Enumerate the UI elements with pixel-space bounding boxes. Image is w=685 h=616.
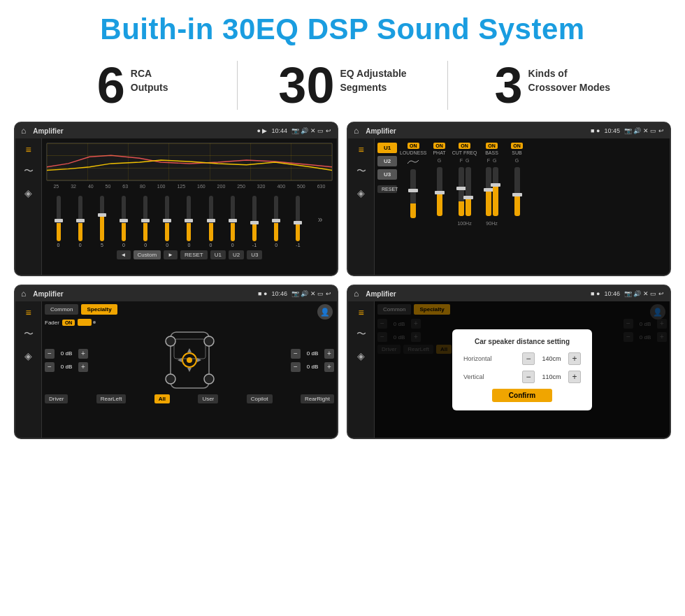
speaker-icon-2[interactable]: ◈ xyxy=(357,187,365,199)
stats-row: 6 RCAOutputs 30 EQ AdjustableSegments 3 … xyxy=(0,53,685,122)
stat-number-eq: 30 xyxy=(278,60,334,110)
db-plus-fr[interactable]: + xyxy=(324,349,334,359)
wave-icon[interactable]: 〜 xyxy=(24,165,34,178)
svg-point-3 xyxy=(204,336,214,346)
screen4-icons: 📷 🔊 ✕ ▭ ↩ xyxy=(624,290,664,297)
svg-point-4 xyxy=(166,374,175,384)
screen2-title: Amplifier xyxy=(366,127,586,135)
eq-slider-10[interactable]: 0 xyxy=(274,196,278,248)
prev-button[interactable]: ◄ xyxy=(117,250,131,259)
channel-loudness: ON LOUDNESS xyxy=(400,143,427,271)
speaker-icon-4[interactable]: ◈ xyxy=(357,350,365,361)
u2-button[interactable]: U2 xyxy=(229,250,244,259)
db-plus-fl[interactable]: + xyxy=(78,349,88,359)
fader-on-toggle[interactable]: ON xyxy=(62,320,75,326)
rearright-btn[interactable]: RearRight xyxy=(301,394,334,403)
amp-main: U1 U2 U3 RESET ON LOUDNESS xyxy=(375,138,670,275)
db-minus-rr[interactable]: − xyxy=(291,362,301,372)
left-sidebar-2: ≡ 〜 ◈ xyxy=(348,138,375,275)
media-icons-4: ■ ● xyxy=(591,290,600,297)
eq-icon-2[interactable]: ≡ xyxy=(358,144,363,155)
eq-slider-3[interactable]: 0 xyxy=(122,196,126,248)
eq-slider-9[interactable]: -1 xyxy=(252,196,257,248)
wave-icon-2[interactable]: 〜 xyxy=(356,165,366,178)
db-value-fl: 0 dB xyxy=(57,350,76,357)
speaker-icon[interactable]: ◈ xyxy=(24,187,32,199)
left-sidebar-4: ≡ 〜 ◈ xyxy=(348,301,375,438)
preset-u2[interactable]: U2 xyxy=(377,156,397,166)
confirm-button[interactable]: Confirm xyxy=(492,389,552,402)
screen3-title: Amplifier xyxy=(33,290,254,298)
loudness-curve xyxy=(408,158,419,165)
home-icon-2[interactable]: ⌂ xyxy=(354,126,359,136)
bass-fader-g[interactable] xyxy=(493,167,498,216)
wave-icon-4[interactable]: 〜 xyxy=(356,328,366,341)
vertical-minus[interactable]: − xyxy=(522,371,535,383)
eq-icon[interactable]: ≡ xyxy=(25,144,31,155)
sub-fader[interactable] xyxy=(514,167,520,216)
db-plus-rl[interactable]: + xyxy=(78,362,88,372)
custom-button[interactable]: Custom xyxy=(134,250,161,259)
preset-u3[interactable]: U3 xyxy=(377,169,397,180)
all-btn[interactable]: All xyxy=(154,394,170,403)
preset-u1[interactable]: U1 xyxy=(377,143,397,153)
db-minus-fl[interactable]: − xyxy=(45,349,55,359)
horizontal-minus[interactable]: − xyxy=(522,352,535,365)
tab-specialty[interactable]: Specialty xyxy=(81,304,117,315)
on-badge-cutfreq[interactable]: ON xyxy=(459,143,470,149)
on-badge-phat[interactable]: ON xyxy=(433,143,445,149)
user-btn[interactable]: User xyxy=(198,394,218,403)
eq-slider-2[interactable]: 5 xyxy=(100,196,104,248)
db-minus-rl[interactable]: − xyxy=(45,362,55,372)
eq-slider-1[interactable]: 0 xyxy=(78,196,82,248)
eq-slider-6[interactable]: 0 xyxy=(187,196,191,248)
tab-common[interactable]: Common xyxy=(45,304,78,315)
eq-icon-3[interactable]: ≡ xyxy=(25,307,31,318)
on-badge-loudness[interactable]: ON xyxy=(408,143,419,149)
screen-eq: ⌂ Amplifier ● ▶ 10:44 📷 🔊 ✕ ▭ ↩ ≡ 〜 ◈ xyxy=(14,122,338,276)
left-sidebar-1: ≡ 〜 ◈ xyxy=(15,138,42,275)
screen-distance: ⌂ Amplifier ■ ● 10:46 📷 🔊 ✕ ▭ ↩ ≡ 〜 ◈ 👤 … xyxy=(347,285,671,439)
bass-fader-f[interactable] xyxy=(486,167,491,216)
eq-slider-4[interactable]: 0 xyxy=(143,196,147,248)
loudness-fader[interactable] xyxy=(410,169,416,218)
u3-button[interactable]: U3 xyxy=(247,250,262,259)
eq-slider-7[interactable]: 0 xyxy=(209,196,213,248)
eq-slider-0[interactable]: 0 xyxy=(57,196,61,248)
db-control-fl: − 0 dB + xyxy=(45,349,88,359)
home-icon-3[interactable]: ⌂ xyxy=(21,289,26,299)
copilot-btn[interactable]: Copilot xyxy=(247,394,273,403)
driver-btn[interactable]: Driver xyxy=(45,394,68,403)
fader-label-row: Fader ON xyxy=(45,319,334,326)
stat-text-crossover: Kinds ofCrossover Modes xyxy=(528,60,610,94)
play-button[interactable]: ► xyxy=(164,250,178,259)
horizontal-plus[interactable]: + xyxy=(568,352,581,365)
reset-button[interactable]: RESET xyxy=(180,250,208,259)
cutfreq-fader-f[interactable] xyxy=(459,167,464,216)
screen2-time: 10:45 xyxy=(604,127,620,134)
eq-slider-11[interactable]: -1 xyxy=(296,196,300,248)
vertical-plus[interactable]: + xyxy=(568,371,581,383)
fader-label: Fader xyxy=(45,320,59,326)
on-badge-bass[interactable]: ON xyxy=(486,143,498,149)
db-plus-rr[interactable]: + xyxy=(324,362,334,372)
screen4-time: 10:46 xyxy=(604,290,620,297)
eq-slider-8[interactable]: 0 xyxy=(231,196,235,248)
profile-icon-3[interactable]: 👤 xyxy=(317,304,333,320)
home-icon[interactable]: ⌂ xyxy=(21,126,26,136)
cutfreq-fader-g[interactable] xyxy=(466,167,471,216)
eq-slider-5[interactable]: 0 xyxy=(165,196,169,248)
rearleft-btn[interactable]: RearLeft xyxy=(96,394,127,403)
phat-fader[interactable] xyxy=(437,167,442,216)
db-minus-fr[interactable]: − xyxy=(291,349,301,359)
wave-icon-3[interactable]: 〜 xyxy=(24,328,34,341)
eq-icon-4[interactable]: ≡ xyxy=(358,307,363,318)
speaker-icon-3[interactable]: ◈ xyxy=(24,350,32,361)
eq-sliders-row: 0 0 5 0 0 0 0 0 0 -1 0 -1 » xyxy=(46,192,333,248)
amp-reset[interactable]: RESET xyxy=(377,185,397,193)
home-icon-4[interactable]: ⌂ xyxy=(354,289,359,299)
u1-button[interactable]: U1 xyxy=(210,250,226,259)
screen-fader: ⌂ Amplifier ■ ● 10:46 📷 🔊 ✕ ▭ ↩ ≡ 〜 ◈ 👤 … xyxy=(14,285,338,439)
on-badge-sub[interactable]: ON xyxy=(511,143,523,149)
stat-rca: 6 RCAOutputs xyxy=(42,60,223,110)
